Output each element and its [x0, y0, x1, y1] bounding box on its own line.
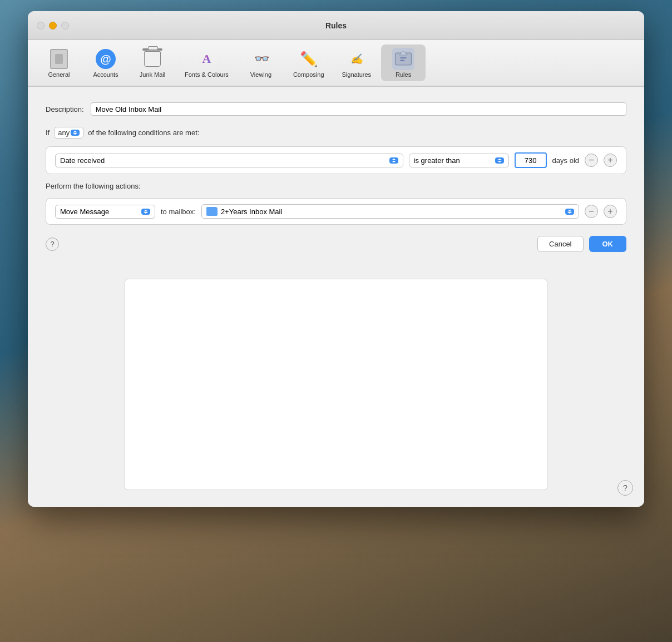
- fonts-icon: A: [195, 48, 218, 70]
- condition-type-chevron[interactable]: [389, 157, 398, 164]
- toolbar-item-fonts-colours[interactable]: A Fonts & Colours: [177, 45, 236, 81]
- toolbar: General @ Accounts Junk Mail A Fonts & C…: [28, 40, 644, 86]
- toolbar-label-general: General: [48, 71, 70, 78]
- action-type-select[interactable]: Move Message: [55, 205, 155, 219]
- toolbar-label-signatures: Signatures: [342, 71, 372, 78]
- toolbar-label-junk-mail: Junk Mail: [140, 71, 165, 78]
- if-label: If: [46, 129, 50, 137]
- general-icon: [48, 48, 70, 70]
- condition-operator-select[interactable]: is greater than: [409, 154, 509, 167]
- days-label: days old: [552, 156, 579, 165]
- rules-dialog: Description: If any of the following con…: [28, 86, 644, 268]
- condition-row: Date received is greater than days old −: [46, 146, 626, 174]
- toolbar-item-rules[interactable]: Rules: [381, 45, 426, 81]
- mailbox-label: to mailbox:: [161, 208, 196, 216]
- toolbar-label-rules: Rules: [396, 71, 411, 78]
- actions-header: Perform the following actions:: [46, 182, 626, 190]
- dialog-footer: ? Cancel OK: [46, 236, 626, 252]
- toolbar-label-viewing: Viewing: [250, 71, 271, 78]
- action-type-value: Move Message: [60, 208, 109, 216]
- remove-action-button[interactable]: −: [585, 205, 598, 218]
- toolbar-item-signatures[interactable]: ✍️ Signatures: [334, 45, 379, 81]
- conditions-header: If any of the following conditions are m…: [46, 127, 626, 139]
- help-button[interactable]: ?: [46, 238, 59, 251]
- mailbox-select[interactable]: 2+Years Inbox Mail: [201, 204, 579, 219]
- add-condition-button[interactable]: +: [604, 154, 617, 167]
- ok-button[interactable]: OK: [589, 236, 627, 252]
- toolbar-label-accounts: Accounts: [93, 71, 118, 78]
- close-button[interactable]: [37, 22, 45, 29]
- maximize-button[interactable]: [61, 22, 69, 29]
- mailbox-chevron[interactable]: [565, 209, 574, 215]
- rules-list-box: [125, 279, 547, 490]
- toolbar-item-general[interactable]: General: [37, 45, 81, 81]
- description-input[interactable]: [91, 102, 626, 116]
- accounts-icon: @: [95, 48, 117, 70]
- any-chevron[interactable]: [71, 130, 80, 136]
- condition-operator-chevron[interactable]: [495, 157, 504, 164]
- mailbox-folder-icon: [206, 207, 218, 216]
- add-action-button[interactable]: +: [604, 205, 617, 218]
- junk-icon: [141, 48, 164, 70]
- toolbar-item-composing[interactable]: ✏️ Composing: [285, 45, 332, 81]
- description-row: Description:: [46, 102, 626, 116]
- minimize-button[interactable]: [49, 22, 57, 29]
- window-title: Rules: [325, 21, 347, 30]
- toolbar-item-viewing[interactable]: 👓 Viewing: [239, 45, 283, 81]
- toolbar-label-composing: Composing: [293, 71, 324, 78]
- days-input[interactable]: [515, 152, 547, 168]
- composing-icon: ✏️: [298, 48, 320, 70]
- traffic-lights: [37, 22, 69, 29]
- main-help-button[interactable]: ?: [617, 480, 633, 496]
- action-row: Move Message to mailbox: 2+Years Inbox M…: [46, 198, 626, 225]
- mailbox-value: 2+Years Inbox Mail: [221, 208, 282, 216]
- action-type-chevron[interactable]: [141, 209, 150, 215]
- main-content-area: ?: [28, 268, 644, 507]
- condition-operator-value: is greater than: [414, 156, 460, 165]
- toolbar-label-fonts-colours: Fonts & Colours: [185, 71, 229, 78]
- toolbar-item-accounts[interactable]: @ Accounts: [83, 45, 128, 81]
- any-select[interactable]: any: [54, 127, 83, 139]
- condition-type-value: Date received: [60, 156, 105, 165]
- remove-condition-button[interactable]: −: [585, 154, 598, 167]
- signatures-icon: ✍️: [345, 48, 368, 70]
- main-window: Rules General @ Accounts Junk Mail: [28, 11, 644, 507]
- conditions-text: of the following conditions are met:: [88, 129, 199, 137]
- viewing-icon: 👓: [250, 48, 272, 70]
- footer-buttons: Cancel OK: [537, 236, 626, 252]
- rules-icon: [392, 48, 414, 70]
- condition-type-select[interactable]: Date received: [55, 154, 403, 167]
- titlebar: Rules: [28, 11, 644, 40]
- cancel-button[interactable]: Cancel: [537, 236, 583, 252]
- toolbar-item-junk-mail[interactable]: Junk Mail: [130, 45, 175, 81]
- any-select-value: any: [58, 129, 70, 137]
- description-label: Description:: [46, 105, 84, 113]
